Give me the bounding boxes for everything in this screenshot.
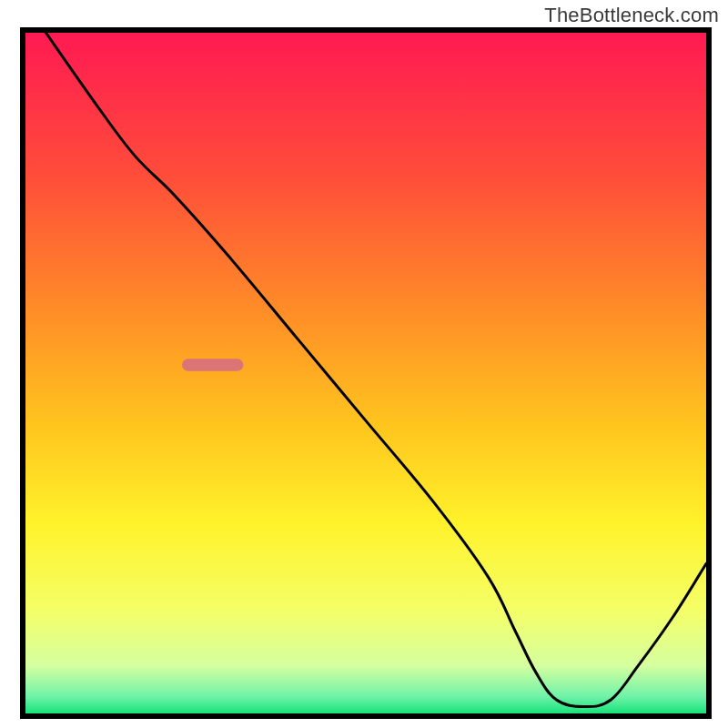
optimum-marker [182, 359, 243, 370]
chart-frame: TheBottleneck.com [0, 0, 728, 728]
plot-area [20, 27, 712, 719]
curve-layer [25, 33, 706, 713]
svg-rect-1 [182, 359, 243, 370]
bottleneck-curve [46, 33, 706, 707]
watermark-text: TheBottleneck.com [544, 4, 719, 27]
plot-border [20, 27, 712, 719]
